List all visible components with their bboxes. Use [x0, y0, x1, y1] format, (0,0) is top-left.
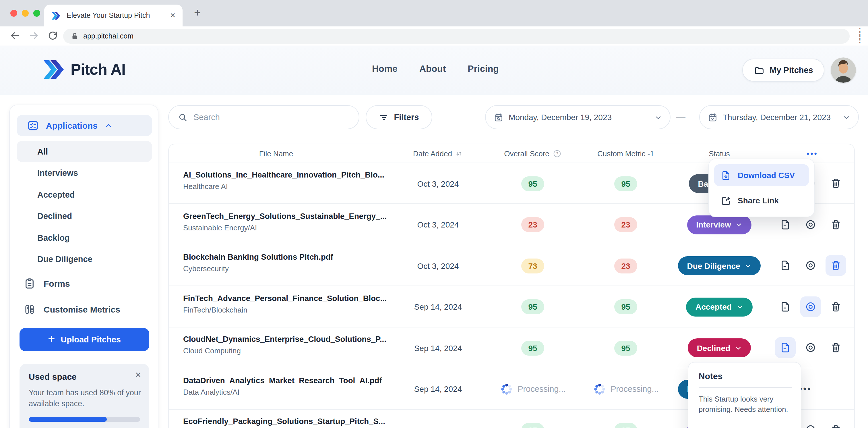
- tab-close-icon[interactable]: ✕: [170, 11, 176, 20]
- sidebar-item-interviews[interactable]: Interviews: [17, 162, 152, 183]
- file-icon: [780, 260, 791, 271]
- sidebar-item-customise-metrics[interactable]: Customise Metrics: [24, 303, 120, 315]
- sidebar-forms-label: Forms: [43, 279, 70, 288]
- file-name: GreenTech_Energy_Solutions_Sustainable_E…: [183, 212, 404, 220]
- browser-tab-strip: Elevate Your Startup Pitch ✕ +: [0, 0, 868, 26]
- sidebar-item-forms[interactable]: Forms: [24, 278, 70, 289]
- lock-icon: [71, 32, 78, 40]
- calendar-check-icon: [708, 112, 718, 122]
- eye-icon: [805, 342, 816, 353]
- new-tab-button[interactable]: +: [194, 7, 200, 19]
- column-header-file-name[interactable]: File Name: [169, 144, 383, 163]
- file-name-cell: Blockchain Banking Solutions Pitch.pdf C…: [183, 253, 404, 273]
- score-badge: 95: [614, 176, 637, 191]
- sidebar-item-backlog[interactable]: Backlog: [17, 227, 152, 248]
- eye-action-button[interactable]: [800, 255, 821, 276]
- score-badge: 95: [614, 423, 637, 428]
- back-icon[interactable]: [9, 30, 21, 41]
- metrics-sliders-icon: [24, 303, 36, 315]
- date-from-select[interactable]: Monday, December 19, 2023: [485, 105, 671, 129]
- status-badge-dropdown[interactable]: Due Diligence: [678, 256, 761, 275]
- file-icon: [780, 219, 791, 230]
- sidebar-item-declined[interactable]: Declined: [17, 205, 152, 227]
- refresh-icon[interactable]: [47, 30, 59, 41]
- eye-action-button[interactable]: [800, 419, 821, 428]
- row-context-menu: Download CSV Share Link: [708, 159, 815, 217]
- score-badge: 95: [521, 340, 544, 355]
- sidebar-item-due-diligence[interactable]: Due Diligence: [17, 249, 152, 270]
- nav-home[interactable]: Home: [372, 64, 398, 74]
- status-badge-dropdown[interactable]: Accepted: [686, 297, 752, 316]
- my-pitches-label: My Pitches: [770, 65, 813, 75]
- processing-spinner-icon: [500, 382, 513, 396]
- search-input[interactable]: [193, 113, 337, 122]
- date-from-value: Monday, December 19, 2023: [508, 113, 612, 122]
- sidebar-applications-label: Applications: [46, 121, 98, 131]
- processing-spinner-icon: [593, 382, 606, 396]
- date-to-select[interactable]: Thursday, December 21, 2023: [699, 105, 859, 129]
- browser-tab[interactable]: Elevate Your Startup Pitch ✕: [44, 5, 183, 26]
- minimize-window-button[interactable]: [22, 10, 29, 17]
- filter-lines-icon: [379, 112, 389, 122]
- status-badge-dropdown[interactable]: Declined: [688, 338, 751, 357]
- table-row[interactable]: Blockchain Banking Solutions Pitch.pdf C…: [169, 245, 854, 286]
- file-icon: [780, 342, 791, 353]
- file-category: Data Analytics/AI: [183, 388, 404, 396]
- close-icon[interactable]: ✕: [135, 371, 141, 379]
- share-icon: [720, 195, 732, 206]
- trash-icon: [830, 342, 842, 353]
- eye-action-button[interactable]: [800, 296, 821, 317]
- maximize-window-button[interactable]: [33, 10, 40, 17]
- trash-action-button[interactable]: [826, 419, 846, 428]
- trash-action-button[interactable]: [826, 255, 846, 276]
- help-icon[interactable]: ?: [553, 149, 561, 158]
- date-to-value: Thursday, December 21, 2023: [723, 113, 831, 122]
- eye-action-button[interactable]: [800, 337, 821, 358]
- trash-action-button[interactable]: [826, 214, 846, 235]
- chevron-down-icon: [735, 344, 742, 351]
- file-category: Cybersecurity: [183, 264, 404, 273]
- user-avatar[interactable]: [831, 57, 856, 83]
- nav-pricing[interactable]: Pricing: [468, 64, 499, 74]
- search-input-wrap: [168, 105, 360, 129]
- trash-action-button[interactable]: [826, 296, 846, 317]
- trash-action-button[interactable]: [826, 173, 846, 194]
- sidebar-item-accepted[interactable]: Accepted: [17, 184, 152, 205]
- trash-action-button[interactable]: [826, 337, 846, 358]
- clipboard-icon: [24, 278, 36, 289]
- used-space-progress-track: [29, 417, 140, 422]
- table-row[interactable]: FinTech_Advance_Personal_Finance_Solutio…: [169, 286, 854, 327]
- upload-pitches-button[interactable]: + Upload Pitches: [20, 328, 149, 351]
- nav-about[interactable]: About: [420, 64, 446, 74]
- score-badge: 23: [521, 217, 544, 232]
- file-action-button[interactable]: [775, 296, 796, 317]
- forward-icon[interactable]: [28, 30, 40, 41]
- sidebar-item-applications[interactable]: Applications: [17, 115, 152, 136]
- status-badge-dropdown[interactable]: Interview: [687, 215, 751, 234]
- used-space-progress-fill: [29, 417, 107, 422]
- menu-item-download-csv[interactable]: Download CSV: [714, 164, 809, 186]
- file-category: Sustainable Energy/AI: [183, 223, 404, 232]
- eye-icon: [805, 424, 816, 428]
- file-name-cell: DataDriven_Analytics_Market_Research_Too…: [183, 376, 404, 396]
- trash-icon: [830, 219, 842, 230]
- file-action-button[interactable]: [775, 337, 796, 358]
- file-name: EcoFriendly_Packaging_Solutions_Startup_…: [183, 417, 404, 426]
- menu-item-share-link[interactable]: Share Link: [714, 190, 809, 211]
- sidebar-item-all[interactable]: All: [17, 141, 152, 162]
- file-name-cell: FinTech_Advance_Personal_Finance_Solutio…: [183, 294, 404, 314]
- close-window-button[interactable]: [10, 10, 17, 17]
- filters-button[interactable]: Filters: [366, 105, 432, 129]
- file-name: FinTech_Advance_Personal_Finance_Solutio…: [183, 294, 404, 303]
- my-pitches-button[interactable]: My Pitches: [742, 59, 825, 82]
- notes-body: This Startup looks very promising. Needs…: [699, 394, 790, 415]
- browser-menu-icon[interactable]: ⋮⋮⋮: [856, 29, 865, 41]
- file-action-button[interactable]: [775, 255, 796, 276]
- plus-icon: +: [48, 333, 55, 345]
- url-bar[interactable]: app.pitchai.com: [63, 29, 849, 44]
- file-name-cell: AI_Solutions_Inc_Healthcare_Innovation_P…: [183, 171, 404, 191]
- upload-pitches-label: Upload Pitches: [61, 335, 121, 344]
- date-range-separator: —: [676, 112, 685, 122]
- browser-toolbar: app.pitchai.com ⋮⋮⋮: [0, 26, 868, 46]
- brand-logo[interactable]: Pitch AI: [42, 60, 125, 79]
